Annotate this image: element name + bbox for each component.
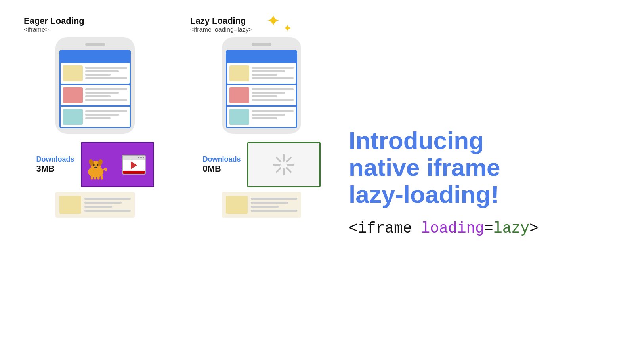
sparkle-big: ✦: [266, 13, 280, 29]
lazy-downloads-group: Downloads 0MB: [202, 155, 241, 174]
columns-wrapper: Eager Loading <iframe>: [24, 16, 333, 348]
intro-title: Introducing native iframe lazy-loading!: [349, 127, 500, 208]
code-snippet: <iframe loading=lazy>: [349, 220, 539, 237]
lazy-bottom-card: [222, 192, 301, 218]
line: [84, 202, 122, 204]
eager-video-overlay: [122, 155, 146, 175]
line: [85, 77, 127, 79]
eager-iframe-box: [81, 142, 154, 187]
eager-card-2-img: [63, 87, 83, 103]
line: [85, 88, 127, 90]
loading-spinner-icon: [272, 153, 296, 177]
line: [85, 99, 127, 101]
lazy-downloads-label: Downloads: [202, 155, 241, 164]
line: [251, 198, 297, 200]
video-top-bar: [123, 156, 145, 160]
lazy-card-1-lines: [252, 65, 294, 79]
lazy-phone-header: [226, 50, 297, 62]
lazy-column: Lazy Loading <iframe loading=lazy> ✦ ✦: [190, 16, 333, 348]
lazy-title: Lazy Loading: [190, 16, 252, 26]
eager-bottom-card-lines: [84, 196, 131, 214]
svg-rect-7: [91, 175, 93, 179]
line: [252, 95, 277, 97]
lazy-bottom-card-lines: [251, 196, 297, 214]
eager-card-2: [61, 85, 130, 105]
eager-card-3-img: [63, 109, 83, 125]
lazy-card-3-lines: [252, 109, 294, 119]
lazy-bottom-card-img: [226, 196, 248, 214]
line: [251, 202, 288, 204]
line: [252, 99, 294, 101]
eager-card-1-lines: [85, 65, 127, 79]
eager-downloads-row: Downloads 3MB: [36, 142, 154, 187]
eager-card-3: [61, 107, 130, 127]
line: [84, 198, 131, 200]
svg-line-18: [277, 168, 281, 172]
sparkle-small: ✦: [283, 22, 292, 34]
line: [252, 117, 277, 119]
line: [252, 67, 294, 69]
line: [252, 77, 294, 79]
line: [84, 210, 131, 212]
line: [252, 88, 294, 90]
eager-card-1: [61, 63, 130, 84]
line: [85, 74, 111, 76]
video-dot: [138, 157, 139, 158]
video-dot: [140, 157, 142, 158]
code-iframe: <iframe: [349, 220, 421, 237]
svg-rect-9: [97, 175, 99, 179]
lazy-phone: [222, 37, 301, 134]
eager-phone-header: [59, 50, 131, 62]
line: [252, 70, 285, 72]
lazy-card-1: [227, 63, 296, 84]
line: [85, 110, 127, 112]
eager-phone-screen: [59, 50, 131, 128]
eager-header: Eager Loading <iframe>: [24, 16, 84, 33]
intro-line-1: Introducing: [349, 127, 500, 154]
line: [85, 117, 111, 119]
eager-phone: [55, 37, 135, 134]
lazy-card-3: [227, 107, 296, 127]
dog-icon: [85, 155, 113, 183]
svg-point-5: [97, 164, 98, 166]
lazy-subtitle: <iframe loading=lazy>: [190, 26, 252, 33]
lazy-card-1-img: [229, 65, 249, 81]
lazy-iframe-box: [247, 142, 321, 187]
eager-title: Eager Loading: [24, 16, 84, 26]
lazy-card-2-lines: [252, 87, 294, 101]
lazy-bottom-card-wrapper: [222, 192, 301, 218]
eager-phone-notch: [85, 43, 105, 46]
svg-point-6: [94, 167, 97, 168]
code-lazy: lazy: [493, 220, 529, 237]
lazy-phone-screen: [226, 50, 297, 128]
svg-line-17: [287, 158, 291, 162]
right-side: Introducing native iframe lazy-loading! …: [333, 16, 610, 348]
eager-card-2-lines: [85, 87, 127, 101]
eager-subtitle: <iframe>: [24, 26, 84, 33]
lazy-header-area: Lazy Loading <iframe loading=lazy> ✦ ✦: [190, 16, 252, 33]
lazy-downloads-row: Downloads 0MB: [202, 142, 320, 187]
line: [85, 92, 119, 94]
left-side: Eager Loading <iframe>: [24, 16, 333, 348]
line: [251, 206, 279, 208]
svg-rect-10: [101, 175, 103, 179]
intro-line-3: lazy-loading!: [349, 181, 500, 208]
svg-rect-8: [94, 175, 96, 179]
eager-bottom-card-img: [59, 196, 81, 214]
code-loading: loading: [421, 220, 484, 237]
lazy-card-3-img: [229, 109, 249, 125]
line: [252, 110, 294, 112]
eager-downloads-size: 3MB: [36, 164, 74, 174]
play-icon: [131, 161, 137, 169]
line: [85, 67, 127, 69]
intro-line-2: native iframe: [349, 154, 500, 181]
svg-line-16: [287, 168, 291, 172]
lazy-downloads-size: 0MB: [202, 164, 241, 174]
eager-downloads-label: Downloads: [36, 155, 74, 164]
line: [251, 210, 297, 212]
code-close: >: [529, 220, 539, 237]
lazy-phone-notch: [252, 43, 271, 46]
code-equals: =: [484, 220, 493, 237]
eager-card-3-lines: [85, 109, 127, 119]
line: [85, 114, 119, 116]
